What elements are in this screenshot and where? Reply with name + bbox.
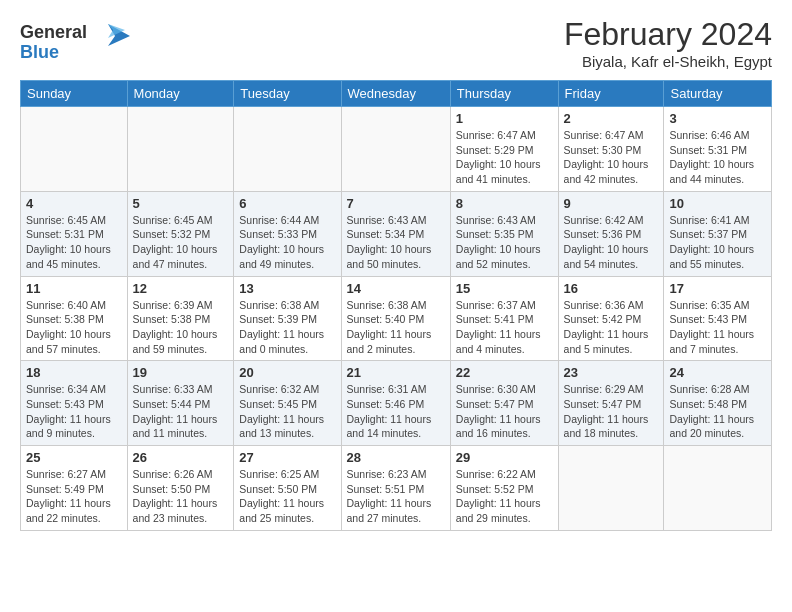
day-number: 17	[669, 281, 766, 296]
day-number: 19	[133, 365, 229, 380]
day-number: 2	[564, 111, 659, 126]
calendar-cell: 27Sunrise: 6:25 AMSunset: 5:50 PMDayligh…	[234, 446, 341, 531]
title-block: February 2024 Biyala, Kafr el-Sheikh, Eg…	[564, 16, 772, 70]
calendar-cell: 22Sunrise: 6:30 AMSunset: 5:47 PMDayligh…	[450, 361, 558, 446]
day-info: Sunrise: 6:39 AMSunset: 5:38 PMDaylight:…	[133, 298, 229, 357]
day-number: 28	[347, 450, 445, 465]
day-info: Sunrise: 6:28 AMSunset: 5:48 PMDaylight:…	[669, 382, 766, 441]
day-info: Sunrise: 6:45 AMSunset: 5:32 PMDaylight:…	[133, 213, 229, 272]
calendar-cell	[664, 446, 772, 531]
calendar-cell: 28Sunrise: 6:23 AMSunset: 5:51 PMDayligh…	[341, 446, 450, 531]
day-info: Sunrise: 6:23 AMSunset: 5:51 PMDaylight:…	[347, 467, 445, 526]
day-info: Sunrise: 6:44 AMSunset: 5:33 PMDaylight:…	[239, 213, 335, 272]
calendar-cell	[234, 107, 341, 192]
svg-text:General: General	[20, 22, 87, 42]
calendar-cell: 6Sunrise: 6:44 AMSunset: 5:33 PMDaylight…	[234, 191, 341, 276]
day-number: 12	[133, 281, 229, 296]
calendar-cell: 13Sunrise: 6:38 AMSunset: 5:39 PMDayligh…	[234, 276, 341, 361]
calendar-week-row: 4Sunrise: 6:45 AMSunset: 5:31 PMDaylight…	[21, 191, 772, 276]
calendar-cell: 26Sunrise: 6:26 AMSunset: 5:50 PMDayligh…	[127, 446, 234, 531]
day-info: Sunrise: 6:42 AMSunset: 5:36 PMDaylight:…	[564, 213, 659, 272]
day-number: 24	[669, 365, 766, 380]
day-number: 29	[456, 450, 553, 465]
calendar-cell: 29Sunrise: 6:22 AMSunset: 5:52 PMDayligh…	[450, 446, 558, 531]
day-number: 1	[456, 111, 553, 126]
calendar-header: SundayMondayTuesdayWednesdayThursdayFrid…	[21, 81, 772, 107]
calendar-cell: 1Sunrise: 6:47 AMSunset: 5:29 PMDaylight…	[450, 107, 558, 192]
calendar-cell: 11Sunrise: 6:40 AMSunset: 5:38 PMDayligh…	[21, 276, 128, 361]
calendar-cell: 8Sunrise: 6:43 AMSunset: 5:35 PMDaylight…	[450, 191, 558, 276]
day-number: 22	[456, 365, 553, 380]
calendar-cell: 14Sunrise: 6:38 AMSunset: 5:40 PMDayligh…	[341, 276, 450, 361]
day-info: Sunrise: 6:36 AMSunset: 5:42 PMDaylight:…	[564, 298, 659, 357]
day-number: 25	[26, 450, 122, 465]
calendar-week-row: 11Sunrise: 6:40 AMSunset: 5:38 PMDayligh…	[21, 276, 772, 361]
day-number: 10	[669, 196, 766, 211]
calendar-cell: 12Sunrise: 6:39 AMSunset: 5:38 PMDayligh…	[127, 276, 234, 361]
day-info: Sunrise: 6:46 AMSunset: 5:31 PMDaylight:…	[669, 128, 766, 187]
calendar-cell: 20Sunrise: 6:32 AMSunset: 5:45 PMDayligh…	[234, 361, 341, 446]
calendar-cell: 2Sunrise: 6:47 AMSunset: 5:30 PMDaylight…	[558, 107, 664, 192]
calendar-cell	[21, 107, 128, 192]
day-info: Sunrise: 6:43 AMSunset: 5:34 PMDaylight:…	[347, 213, 445, 272]
day-number: 18	[26, 365, 122, 380]
day-number: 27	[239, 450, 335, 465]
weekday-header: Wednesday	[341, 81, 450, 107]
calendar-cell: 3Sunrise: 6:46 AMSunset: 5:31 PMDaylight…	[664, 107, 772, 192]
calendar-cell: 25Sunrise: 6:27 AMSunset: 5:49 PMDayligh…	[21, 446, 128, 531]
logo-block: General Blue	[20, 16, 130, 68]
day-info: Sunrise: 6:32 AMSunset: 5:45 PMDaylight:…	[239, 382, 335, 441]
day-info: Sunrise: 6:34 AMSunset: 5:43 PMDaylight:…	[26, 382, 122, 441]
day-number: 3	[669, 111, 766, 126]
weekday-row: SundayMondayTuesdayWednesdayThursdayFrid…	[21, 81, 772, 107]
header: General Blue February 2024 Biyala, Kafr …	[20, 16, 772, 70]
day-info: Sunrise: 6:37 AMSunset: 5:41 PMDaylight:…	[456, 298, 553, 357]
calendar-cell: 23Sunrise: 6:29 AMSunset: 5:47 PMDayligh…	[558, 361, 664, 446]
calendar-subtitle: Biyala, Kafr el-Sheikh, Egypt	[564, 53, 772, 70]
day-info: Sunrise: 6:35 AMSunset: 5:43 PMDaylight:…	[669, 298, 766, 357]
day-info: Sunrise: 6:47 AMSunset: 5:30 PMDaylight:…	[564, 128, 659, 187]
calendar-cell: 21Sunrise: 6:31 AMSunset: 5:46 PMDayligh…	[341, 361, 450, 446]
day-info: Sunrise: 6:27 AMSunset: 5:49 PMDaylight:…	[26, 467, 122, 526]
calendar-cell: 17Sunrise: 6:35 AMSunset: 5:43 PMDayligh…	[664, 276, 772, 361]
day-info: Sunrise: 6:26 AMSunset: 5:50 PMDaylight:…	[133, 467, 229, 526]
day-number: 26	[133, 450, 229, 465]
day-number: 21	[347, 365, 445, 380]
weekday-header: Sunday	[21, 81, 128, 107]
day-number: 11	[26, 281, 122, 296]
calendar-table: SundayMondayTuesdayWednesdayThursdayFrid…	[20, 80, 772, 531]
day-info: Sunrise: 6:30 AMSunset: 5:47 PMDaylight:…	[456, 382, 553, 441]
day-number: 20	[239, 365, 335, 380]
calendar-cell: 24Sunrise: 6:28 AMSunset: 5:48 PMDayligh…	[664, 361, 772, 446]
logo: General Blue	[20, 16, 130, 68]
calendar-cell	[558, 446, 664, 531]
weekday-header: Tuesday	[234, 81, 341, 107]
calendar-cell: 18Sunrise: 6:34 AMSunset: 5:43 PMDayligh…	[21, 361, 128, 446]
calendar-body: 1Sunrise: 6:47 AMSunset: 5:29 PMDaylight…	[21, 107, 772, 531]
calendar-week-row: 18Sunrise: 6:34 AMSunset: 5:43 PMDayligh…	[21, 361, 772, 446]
day-number: 7	[347, 196, 445, 211]
calendar-title: February 2024	[564, 16, 772, 53]
day-info: Sunrise: 6:25 AMSunset: 5:50 PMDaylight:…	[239, 467, 335, 526]
calendar-week-row: 25Sunrise: 6:27 AMSunset: 5:49 PMDayligh…	[21, 446, 772, 531]
day-info: Sunrise: 6:41 AMSunset: 5:37 PMDaylight:…	[669, 213, 766, 272]
day-number: 8	[456, 196, 553, 211]
day-info: Sunrise: 6:33 AMSunset: 5:44 PMDaylight:…	[133, 382, 229, 441]
day-number: 9	[564, 196, 659, 211]
day-number: 15	[456, 281, 553, 296]
day-number: 14	[347, 281, 445, 296]
svg-text:Blue: Blue	[20, 42, 59, 62]
day-info: Sunrise: 6:22 AMSunset: 5:52 PMDaylight:…	[456, 467, 553, 526]
calendar-cell: 19Sunrise: 6:33 AMSunset: 5:44 PMDayligh…	[127, 361, 234, 446]
day-number: 4	[26, 196, 122, 211]
day-info: Sunrise: 6:31 AMSunset: 5:46 PMDaylight:…	[347, 382, 445, 441]
weekday-header: Saturday	[664, 81, 772, 107]
calendar-cell: 5Sunrise: 6:45 AMSunset: 5:32 PMDaylight…	[127, 191, 234, 276]
calendar-cell: 9Sunrise: 6:42 AMSunset: 5:36 PMDaylight…	[558, 191, 664, 276]
page: General Blue February 2024 Biyala, Kafr …	[0, 0, 792, 541]
day-number: 13	[239, 281, 335, 296]
day-number: 6	[239, 196, 335, 211]
day-info: Sunrise: 6:38 AMSunset: 5:40 PMDaylight:…	[347, 298, 445, 357]
weekday-header: Monday	[127, 81, 234, 107]
day-number: 16	[564, 281, 659, 296]
